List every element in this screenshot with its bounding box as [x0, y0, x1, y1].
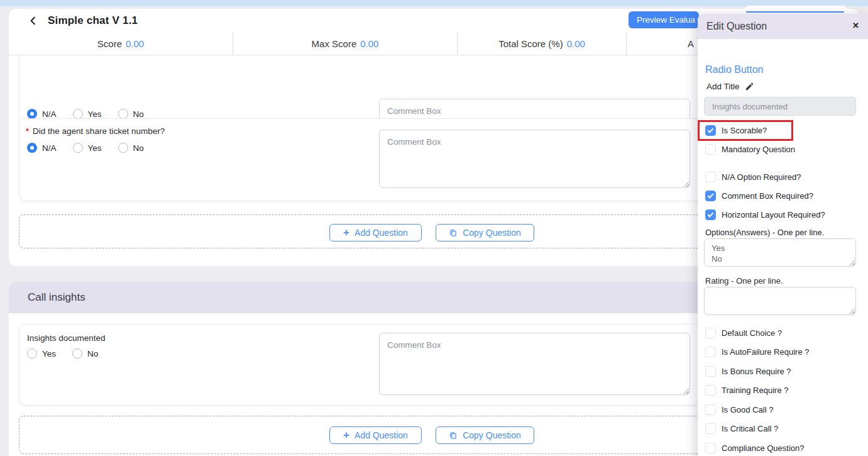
tab-total-score-value: 0.00: [567, 38, 585, 49]
add-question-label: Add Question: [354, 430, 408, 440]
comment-box-3[interactable]: [379, 333, 690, 395]
tab-score-value: 0.00: [126, 38, 144, 49]
copy-question-button[interactable]: Copy Question: [436, 426, 534, 444]
checkbox-label: N/A Option Required?: [722, 172, 801, 182]
question-2-radio-group: N/A Yes No: [27, 143, 144, 153]
checkbox-icon[interactable]: [705, 144, 716, 155]
tab-truncated-label: A: [688, 38, 694, 49]
checkbox-row-autofailure[interactable]: Is AutoFailure Require ?: [705, 347, 809, 357]
tab-total-score-label: Total Score (%): [498, 38, 563, 49]
question-title-input[interactable]: [704, 97, 856, 116]
close-icon[interactable]: ✕: [852, 21, 859, 30]
checkbox-icon[interactable]: [705, 328, 716, 338]
checkbox-label: Training Require ?: [722, 386, 788, 395]
checkbox-icon[interactable]: [705, 347, 716, 357]
add-question-button[interactable]: + Add Question: [329, 426, 422, 444]
back-button[interactable]: [25, 13, 41, 29]
options-textarea-wrap: Yes No: [704, 238, 856, 267]
options-label: Options(Answers) - One per line.: [705, 228, 824, 237]
checkbox-label: Is Critical Call ?: [722, 424, 778, 433]
radio-option-na[interactable]: N/A: [27, 109, 57, 119]
radio-icon[interactable]: [73, 143, 83, 153]
check-icon: [708, 192, 714, 199]
preview-evaluation-button[interactable]: Preview Evalua: [629, 11, 699, 28]
tab-score[interactable]: Score 0.00: [9, 33, 233, 55]
panel-title: Edit Question: [706, 21, 767, 32]
radio-icon[interactable]: [118, 109, 128, 119]
add-title-row: Add Title: [706, 82, 754, 91]
checkbox-label: Comment Box Required?: [722, 191, 813, 201]
radio-label: No: [87, 349, 98, 359]
checkbox-row-compliance[interactable]: Compliance Question?: [705, 443, 805, 453]
radio-icon[interactable]: [27, 348, 37, 359]
checkbox-icon[interactable]: [705, 191, 716, 201]
form-builder-screen: { "colors": { "accent_blue": "#4287f5", …: [0, 0, 868, 456]
radio-label: No: [133, 109, 144, 119]
checkbox-row-good-call[interactable]: Is Good Call ?: [705, 404, 773, 415]
checkbox-label: Is Good Call ?: [722, 405, 773, 414]
checkbox-row-critical-call[interactable]: Is Critical Call ?: [705, 423, 778, 434]
options-textarea[interactable]: Yes No: [704, 238, 856, 267]
radio-icon[interactable]: [118, 143, 128, 153]
question-card-3: Insights documented Yes No: [19, 324, 717, 406]
radio-label: Yes: [42, 349, 56, 359]
checkbox-icon[interactable]: [705, 366, 716, 377]
checkbox-label: Compliance Question?: [722, 443, 805, 453]
checkbox-icon[interactable]: [705, 209, 716, 220]
plus-icon: +: [343, 430, 349, 440]
tab-total-score[interactable]: Total Score (%) 0.00: [458, 33, 627, 55]
checkbox-row-mandatory[interactable]: Mandatory Question: [705, 144, 795, 155]
radio-icon[interactable]: [72, 348, 82, 359]
radio-option-yes[interactable]: Yes: [73, 109, 102, 119]
pencil-icon[interactable]: [745, 82, 754, 91]
required-asterisk: *: [26, 126, 29, 136]
radio-option-na[interactable]: N/A: [27, 143, 57, 153]
copy-question-button[interactable]: Copy Question: [436, 224, 534, 242]
checkbox-row-na-option[interactable]: N/A Option Required?: [705, 172, 801, 182]
radio-option-no[interactable]: No: [118, 143, 144, 153]
radio-icon[interactable]: [27, 143, 37, 153]
radio-option-no[interactable]: No: [118, 109, 144, 119]
radio-label: Yes: [88, 143, 102, 153]
question-3-radio-group: Yes No: [27, 348, 98, 359]
comment-box-2[interactable]: [379, 130, 690, 188]
question-3-title-row: Insights documented: [27, 333, 106, 343]
comment-box-wrap: [379, 333, 690, 395]
checkbox-icon[interactable]: [705, 404, 716, 415]
checkbox-icon[interactable]: [705, 423, 716, 434]
top-accent-strip: [0, 0, 868, 6]
radio-option-yes[interactable]: Yes: [73, 143, 102, 153]
comment-box-wrap: [379, 130, 690, 188]
question-2-text: Did the agent share ticket number?: [33, 126, 165, 136]
tab-max-score[interactable]: Max Score 0.00: [233, 33, 458, 55]
checkbox-row-default-choice[interactable]: Default Choice ?: [705, 328, 782, 338]
radio-icon[interactable]: [73, 109, 83, 119]
copy-question-label: Copy Question: [463, 430, 521, 440]
checkbox-icon[interactable]: [705, 172, 716, 182]
rating-label: Rating - One per line.: [705, 276, 783, 286]
checkbox-row-horizontal-layout[interactable]: Horizontal Layout Required?: [705, 209, 825, 220]
radio-option-no[interactable]: No: [72, 348, 98, 359]
rating-textarea[interactable]: [704, 287, 856, 315]
question-3-text: Insights documented: [27, 333, 106, 343]
checkbox-row-comment-box[interactable]: Comment Box Required?: [705, 191, 813, 201]
radio-option-yes[interactable]: Yes: [27, 348, 56, 359]
edit-question-panel: Edit Question ✕ Radio Button Add Title I…: [698, 14, 868, 456]
plus-icon: +: [343, 227, 349, 238]
red-highlight-box: [698, 120, 793, 141]
copy-question-label: Copy Question: [463, 228, 521, 238]
checkbox-icon[interactable]: [705, 385, 716, 396]
radio-icon[interactable]: [27, 109, 37, 119]
tab-score-label: Score: [97, 38, 122, 49]
radio-label: Yes: [88, 109, 102, 119]
radio-label: N/A: [42, 143, 57, 153]
add-question-button[interactable]: + Add Question: [329, 224, 422, 242]
checkbox-row-bonus[interactable]: Is Bonus Require ?: [705, 366, 791, 377]
checkbox-row-training[interactable]: Training Require ?: [705, 385, 788, 396]
question-type-label: Radio Button: [705, 64, 764, 75]
chevron-left-icon: [28, 16, 38, 26]
add-title-label: Add Title: [706, 82, 740, 91]
checkbox-icon[interactable]: [705, 443, 716, 453]
question-card-2: * Did the agent share ticket number? N/A…: [19, 118, 717, 201]
radio-label: N/A: [42, 109, 57, 119]
